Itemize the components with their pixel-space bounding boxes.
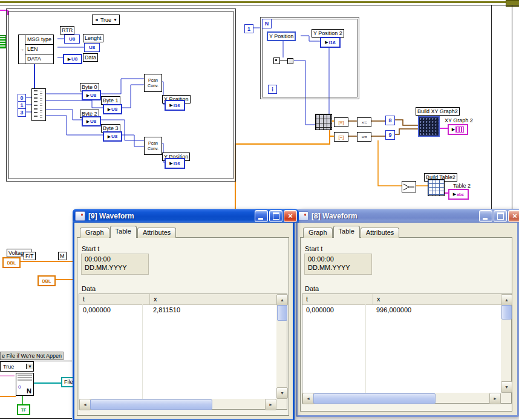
data-u8-terminal[interactable]: ▶U8 xyxy=(63,54,82,64)
byte2-terminal[interactable]: ▶U8 xyxy=(82,116,101,126)
tab-panel: Start t 00:00:00 DD.MM.YYYY Data t x 0,0… xyxy=(77,237,289,416)
lenght-label: Lenght xyxy=(83,34,103,42)
unbundle-row-data[interactable]: DATA xyxy=(25,54,53,64)
minimize-button[interactable] xyxy=(255,210,268,222)
convert-icon-2[interactable]: [≡] xyxy=(334,132,348,142)
x-position-terminal[interactable]: ▶I16 xyxy=(165,100,185,111)
scroll-right-button[interactable]: ► xyxy=(265,399,276,410)
titlebar[interactable]: [9] Waveform × xyxy=(73,209,299,223)
tab-strip: Graph Table Attributes xyxy=(80,226,177,238)
case-selector-label: True xyxy=(100,17,111,23)
close-button[interactable]: × xyxy=(284,210,297,222)
restore-button[interactable] xyxy=(269,210,282,222)
pcan-conv-node-1[interactable]: PcanConv. xyxy=(144,74,162,92)
vertical-scrollbar[interactable]: ▲ ▼ xyxy=(501,294,511,393)
close-button[interactable]: × xyxy=(508,210,519,222)
horizontal-scroll-thumb[interactable] xyxy=(90,399,212,410)
feedback-node-icon[interactable] xyxy=(273,57,293,64)
scroll-up-button[interactable]: ▲ xyxy=(501,294,512,306)
waveform-icon-1[interactable]: ×≈ xyxy=(357,117,371,127)
scrollbar-corner xyxy=(501,393,511,403)
horizontal-scroll-thumb[interactable] xyxy=(313,393,436,404)
index-constant-3[interactable]: 3 xyxy=(18,108,26,117)
unbundle-row-msg-type[interactable]: MSG type xyxy=(25,35,53,45)
tab-table[interactable]: Table xyxy=(333,226,360,238)
y-position-2-terminal[interactable]: ▶I16 xyxy=(320,37,341,48)
start-time-control[interactable]: 00:00:00 DD.MM.YYYY xyxy=(81,254,149,275)
numeric-constant-1[interactable]: 1 xyxy=(244,24,253,33)
bottom-case-value: True xyxy=(1,364,26,370)
horizontal-scrollbar[interactable]: ◄ ► xyxy=(302,393,501,403)
tab-attributes[interactable]: Attributes xyxy=(361,228,399,238)
write-file-icon[interactable]: 0 N xyxy=(16,373,34,396)
case-selector[interactable]: ◄ True ▼ xyxy=(92,15,120,25)
voltages-terminal[interactable]: DBL xyxy=(2,257,21,268)
loop-count-terminal[interactable]: N xyxy=(262,19,272,28)
bundle-icon[interactable] xyxy=(315,114,332,130)
table-row[interactable]: 0,000000 2,811510 xyxy=(79,305,276,315)
merge-signals-icon[interactable] xyxy=(402,181,416,192)
scroll-down-button[interactable]: ▼ xyxy=(276,387,288,399)
data-table: t x 0,000000 2,811510 ▲ ▼ ◄ xyxy=(79,294,287,410)
build-table-icon[interactable] xyxy=(428,179,445,196)
vertical-scrollbar[interactable]: ▲ ▼ xyxy=(276,294,287,399)
cell-x: 996,000000 xyxy=(373,305,501,315)
scroll-down-button[interactable]: ▼ xyxy=(501,381,512,393)
vertical-scroll-thumb[interactable] xyxy=(501,305,512,320)
scroll-right-button[interactable]: ► xyxy=(489,393,501,404)
scroll-left-button[interactable]: ◄ xyxy=(79,399,91,410)
pcan-text: Pcan xyxy=(148,77,158,83)
convert-icon-1[interactable]: [≡] xyxy=(334,117,348,127)
clipped-boolean-terminal[interactable] xyxy=(0,35,6,48)
terminal-arrow-icon: ▶ xyxy=(452,127,455,132)
unbundle-by-name-node[interactable]: → MSG type LEN DATA xyxy=(18,34,54,64)
tab-table[interactable]: Table xyxy=(110,226,137,238)
tab-graph[interactable]: Graph xyxy=(303,228,333,238)
case-prev-icon[interactable]: ◄ xyxy=(94,18,99,22)
build-xy-graph-icon[interactable] xyxy=(418,116,440,137)
scroll-left-button[interactable]: ◄ xyxy=(302,393,314,404)
horizontal-scrollbar[interactable]: ◄ ► xyxy=(79,399,276,409)
byte0-terminal[interactable]: ▶U8 xyxy=(82,90,101,100)
feedback-node-box xyxy=(273,57,280,64)
table-row[interactable]: 0,000000 996,000000 xyxy=(302,305,501,315)
y-position-terminal[interactable]: ▶I16 xyxy=(165,158,185,169)
waveform-icon-2[interactable]: ×≈ xyxy=(357,132,371,142)
rtr-u8-terminal[interactable]: U8 xyxy=(64,34,80,44)
vertical-scroll-thumb[interactable] xyxy=(277,305,287,321)
scroll-up-button[interactable]: ▲ xyxy=(276,294,288,306)
pcan-conv-node-2[interactable]: PcanConv. xyxy=(144,137,162,155)
xy-graph-2-terminal[interactable]: ▶ xyxy=(448,124,468,135)
unbundle-row-len[interactable]: LEN xyxy=(25,45,53,54)
tab-graph[interactable]: Graph xyxy=(80,228,109,238)
numeric-constant-8[interactable]: 8 xyxy=(385,116,395,125)
terminal-arrow-icon: ▶ xyxy=(86,93,90,98)
byte1-terminal[interactable]: ▶U8 xyxy=(103,104,122,114)
y-position-2-label: Y Position 2 xyxy=(312,29,344,38)
numeric-constant-9[interactable]: 9 xyxy=(385,130,395,140)
y-position-local-variable[interactable]: Y Position xyxy=(267,31,296,41)
column-header-x[interactable]: x xyxy=(150,294,276,304)
column-header-t[interactable]: t xyxy=(302,294,373,304)
u8-type-text: U8 xyxy=(90,119,96,124)
case-dropdown-icon[interactable]: ▼ xyxy=(113,18,117,22)
column-header-t[interactable]: t xyxy=(79,294,150,304)
date-value: DD.MM.YYYY xyxy=(85,263,145,272)
unbundle-arrow-icon: → xyxy=(19,35,25,64)
start-time-control[interactable]: 00:00:00 DD.MM.YYYY xyxy=(304,254,372,275)
restore-button[interactable] xyxy=(494,210,507,222)
ft-terminal[interactable]: DBL xyxy=(38,275,56,286)
loop-iteration-terminal[interactable]: i xyxy=(268,85,277,94)
tab-attributes[interactable]: Attributes xyxy=(137,228,176,238)
titlebar[interactable]: [8] Waveform × xyxy=(296,209,519,223)
bottom-case-selector[interactable]: True ▼ xyxy=(0,361,34,372)
column-header-x[interactable]: x xyxy=(373,294,501,304)
scroll-up-icon: ▲ xyxy=(280,298,284,302)
byte3-terminal[interactable]: ▶U8 xyxy=(103,131,122,142)
index-array-icon[interactable] xyxy=(31,88,46,121)
boolean-constant[interactable]: TF xyxy=(17,404,30,415)
dropdown-icon[interactable]: ▼ xyxy=(26,364,33,369)
lenght-u8-terminal[interactable]: U8 xyxy=(84,43,100,52)
table-2-terminal[interactable]: ▶abc xyxy=(448,189,469,200)
minimize-button[interactable] xyxy=(479,210,492,222)
